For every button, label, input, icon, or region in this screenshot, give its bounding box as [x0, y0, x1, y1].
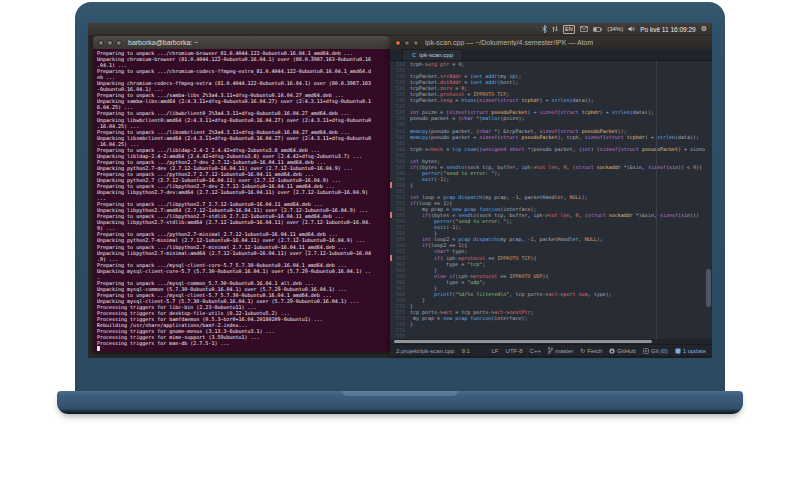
- cpp-file-icon: C: [412, 52, 416, 58]
- status-fetch[interactable]: ↻ Fetch: [580, 347, 602, 354]
- github-icon: [609, 348, 615, 354]
- close-button[interactable]: [395, 40, 401, 46]
- terminal-line: Preparing to unpack .../mysql-client-cor…: [97, 262, 390, 268]
- minimize-button[interactable]: [107, 40, 113, 46]
- terminal-title: barborka@barborka: ~: [128, 39, 198, 46]
- terminal-line: Unpacking mysql-common (5.7.30-0ubuntu0.…: [97, 286, 390, 292]
- network-arrows-icon[interactable]: [552, 25, 558, 33]
- status-git-branch[interactable]: master: [548, 347, 573, 354]
- terminal-line: Preparing to unpack .../libwbclient0_2%3…: [97, 110, 390, 116]
- desktop-screen: EN (34%) Po kvě 11 16:09:29 ⚙: [88, 23, 712, 358]
- laptop-base: [57, 391, 743, 414]
- terminal-cursor: [97, 346, 100, 351]
- refresh-icon: ↻: [580, 347, 585, 354]
- atom-titlebar[interactable]: ipk-scan.cpp — ~/Dokumenty/4.semester/IP…: [390, 36, 712, 49]
- laptop-lid: EN (34%) Po kvě 11 16:09:29 ⚙: [75, 2, 725, 391]
- status-updates[interactable]: 1 update: [675, 348, 706, 354]
- minimize-button[interactable]: [404, 40, 410, 46]
- terminal-line: Unpacking libpython2.7-stdlib:amd64 (2.7…: [97, 219, 390, 225]
- status-language[interactable]: C++: [530, 348, 541, 354]
- terminal-line: Unpacking libwbclient0:amd64 (2:4.3.11+d…: [97, 117, 390, 123]
- maximize-button[interactable]: [413, 40, 419, 46]
- close-button[interactable]: [98, 40, 104, 46]
- bluetooth-icon[interactable]: [542, 25, 547, 33]
- status-cursor-position[interactable]: 9:1: [461, 348, 469, 354]
- maximize-button[interactable]: [116, 40, 122, 46]
- terminal-line: Preparing to unpack .../chromium-codecs-…: [97, 68, 390, 74]
- terminal-line: Unpacking chromium-browser (81.0.4044.12…: [97, 56, 390, 62]
- status-git[interactable]: Git (0): [643, 348, 668, 354]
- battery-percentage: (34%): [607, 26, 623, 32]
- keyboard-layout-indicator[interactable]: EN: [563, 25, 576, 34]
- top-panel: EN (34%) Po kvě 11 16:09:29 ⚙: [88, 23, 712, 35]
- terminal-line: Unpacking libpython2.7-minimal:amd64 (2.…: [97, 250, 390, 256]
- code-editor[interactable]: 530tcph->urg_ptr = 0;531532tcpPacket.src…: [390, 61, 712, 339]
- battery-icon[interactable]: [593, 27, 602, 32]
- terminal-line: Preparing to unpack .../libpython2.7-min…: [97, 244, 390, 250]
- terminal-line: Unpacking libsmbclient:amd64 (2:4.3.11+d…: [97, 135, 390, 141]
- status-encoding[interactable]: UTF-8: [506, 348, 523, 354]
- wrap-guide: [656, 61, 657, 339]
- status-github[interactable]: GitHub: [609, 348, 636, 354]
- terminal-line: Unpacking samba-libs:amd64 (2:4.3.11+dfs…: [97, 98, 390, 104]
- terminal-line: Unpacking python2.7-minimal (2.7.12-1ubu…: [97, 237, 390, 243]
- git-icon: [643, 348, 649, 354]
- session-gear-icon[interactable]: ⚙: [701, 24, 707, 34]
- laptop-base-notch: [342, 391, 458, 396]
- atom-window-title: ipk-scan.cpp — ~/Dokumenty/4.semester/IP…: [425, 39, 593, 46]
- terminal-line: Unpacking libpython2.7-dev:amd64 (2.7.12…: [97, 189, 390, 195]
- laptop-mockup: EN (34%) Po kvě 11 16:09:29 ⚙: [0, 0, 800, 477]
- package-icon: [675, 348, 681, 354]
- vertical-scrollbar[interactable]: [706, 269, 711, 307]
- status-line-ending[interactable]: LF: [492, 348, 499, 354]
- terminal-titlebar[interactable]: barborka@barborka: ~: [93, 36, 390, 49]
- terminal-line: Unpacking libldap-2.4-2:amd64 (2.4.42+df…: [97, 153, 390, 159]
- horizontal-scrollbar[interactable]: [394, 340, 652, 343]
- branch-icon: [548, 347, 553, 354]
- tab-ipk-scan[interactable]: C ipk-scan.cpp: [402, 49, 463, 60]
- atom-window: ipk-scan.cpp — ~/Dokumenty/4.semester/IP…: [390, 36, 712, 356]
- status-file-path[interactable]: 2.projekt/ipk-scan.cpp: [396, 348, 454, 354]
- volume-icon[interactable]: [628, 26, 635, 32]
- terminal-cursor-line: [97, 346, 390, 352]
- terminal-output: Preparing to unpack .../chromium-browser…: [93, 49, 390, 352]
- terminal-line: Unpacking mysql-client-core-5.7 (5.7.30-…: [97, 268, 390, 274]
- tab-bar: C ipk-scan.cpp: [390, 49, 712, 61]
- status-bar: 2.projekt/ipk-scan.cpp 9:1 LF UTF-8 C++ …: [390, 344, 712, 356]
- tab-label: ipk-scan.cpp: [419, 52, 453, 58]
- mail-icon[interactable]: [580, 26, 588, 32]
- terminal-line: Preparing to unpack .../libsmbclient_2%3…: [97, 129, 390, 135]
- terminal-window: barborka@barborka: ~ Preparing to unpack…: [93, 36, 390, 352]
- panel-clock[interactable]: Po kvě 11 16:09:29: [640, 26, 696, 33]
- horizontal-scrollbar-track[interactable]: [390, 339, 712, 344]
